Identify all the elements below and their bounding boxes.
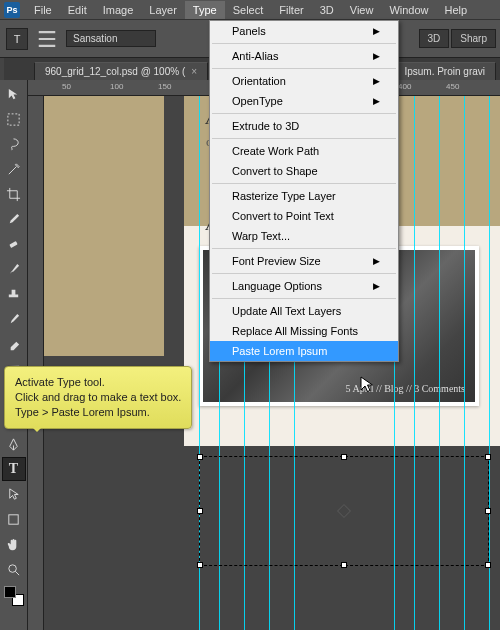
cursor-icon bbox=[360, 376, 374, 394]
pen-tool-icon[interactable] bbox=[2, 432, 26, 456]
tools-panel: T bbox=[0, 80, 28, 630]
menu-item-workpath[interactable]: Create Work Path bbox=[210, 141, 398, 161]
submenu-arrow-icon: ▶ bbox=[373, 281, 380, 291]
menu-edit[interactable]: Edit bbox=[60, 1, 95, 19]
document-tab-label: 960_grid_12_col.psd @ 100% ( bbox=[45, 66, 185, 77]
submenu-arrow-icon: ▶ bbox=[373, 96, 380, 106]
menu-item-orientation[interactable]: Orientation▶ bbox=[210, 71, 398, 91]
menu-type[interactable]: Type bbox=[185, 1, 225, 19]
option-3d-button[interactable]: 3D bbox=[419, 29, 450, 48]
instruction-tooltip: Activate Type tool. Click and drag to ma… bbox=[4, 366, 192, 429]
menu-item-convertshape[interactable]: Convert to Shape bbox=[210, 161, 398, 181]
menu-separator bbox=[212, 68, 396, 69]
resize-handle[interactable] bbox=[485, 508, 491, 514]
resize-handle[interactable] bbox=[197, 508, 203, 514]
menu-item-updatelayers[interactable]: Update All Text Layers bbox=[210, 301, 398, 321]
menu-bar: Ps File Edit Image Layer Type Select Fil… bbox=[0, 0, 500, 20]
option-sharp-button[interactable]: Sharp bbox=[451, 29, 496, 48]
path-select-tool-icon[interactable] bbox=[2, 482, 26, 506]
resize-handle[interactable] bbox=[197, 454, 203, 460]
eraser-tool-icon[interactable] bbox=[2, 332, 26, 356]
shape-tool-icon[interactable] bbox=[2, 507, 26, 531]
marquee-tool-icon[interactable] bbox=[2, 107, 26, 131]
menu-item-rasterize[interactable]: Rasterize Type Layer bbox=[210, 186, 398, 206]
menu-item-fontpreview[interactable]: Font Preview Size▶ bbox=[210, 251, 398, 271]
lasso-tool-icon[interactable] bbox=[2, 132, 26, 156]
menu-separator bbox=[212, 248, 396, 249]
font-family-dropdown[interactable]: Sansation bbox=[66, 30, 156, 47]
menu-item-extrude3d[interactable]: Extrude to 3D bbox=[210, 116, 398, 136]
canvas-bg-left bbox=[44, 96, 164, 356]
text-bounding-box[interactable] bbox=[199, 456, 489, 566]
menu-help[interactable]: Help bbox=[437, 1, 476, 19]
menu-item-pointtext[interactable]: Convert to Point Text bbox=[210, 206, 398, 226]
type-tool-icon[interactable]: T bbox=[2, 457, 26, 481]
menu-item-panels[interactable]: Panels▶ bbox=[210, 21, 398, 41]
menu-layer[interactable]: Layer bbox=[141, 1, 185, 19]
heal-tool-icon[interactable] bbox=[2, 232, 26, 256]
color-swatches[interactable] bbox=[4, 586, 24, 606]
move-tool-icon[interactable] bbox=[2, 82, 26, 106]
document-tab-secondary[interactable]: Ipsum. Proin gravi bbox=[393, 62, 496, 80]
zoom-tool-icon[interactable] bbox=[2, 557, 26, 581]
tooltip-line: Activate Type tool. bbox=[15, 375, 181, 390]
menu-separator bbox=[212, 273, 396, 274]
tool-indicator[interactable]: T bbox=[6, 28, 28, 50]
menu-filter[interactable]: Filter bbox=[271, 1, 311, 19]
menu-window[interactable]: Window bbox=[381, 1, 436, 19]
center-mark-icon bbox=[337, 504, 351, 518]
menu-separator bbox=[212, 138, 396, 139]
tooltip-line: Click and drag to make a text box. bbox=[15, 390, 181, 405]
resize-handle[interactable] bbox=[485, 562, 491, 568]
menu-view[interactable]: View bbox=[342, 1, 382, 19]
menu-item-antialias[interactable]: Anti-Alias▶ bbox=[210, 46, 398, 66]
svg-point-5 bbox=[9, 564, 17, 572]
document-tab-label: Ipsum. Proin gravi bbox=[404, 66, 485, 77]
type-menu-dropdown: Panels▶ Anti-Alias▶ Orientation▶ OpenTyp… bbox=[209, 20, 399, 362]
menu-image[interactable]: Image bbox=[95, 1, 142, 19]
close-icon[interactable]: × bbox=[191, 66, 197, 77]
document-tab[interactable]: 960_grid_12_col.psd @ 100% ( × bbox=[34, 62, 208, 80]
tooltip-line: Type > Paste Lorem Ipsum. bbox=[15, 405, 181, 420]
menu-separator bbox=[212, 43, 396, 44]
menu-select[interactable]: Select bbox=[225, 1, 272, 19]
menu-separator bbox=[212, 298, 396, 299]
resize-handle[interactable] bbox=[341, 454, 347, 460]
brush-tool-icon[interactable] bbox=[2, 257, 26, 281]
menu-item-opentype[interactable]: OpenType▶ bbox=[210, 91, 398, 111]
menu-item-warp[interactable]: Warp Text... bbox=[210, 226, 398, 246]
submenu-arrow-icon: ▶ bbox=[373, 51, 380, 61]
app-icon: Ps bbox=[4, 2, 20, 18]
resize-handle[interactable] bbox=[341, 562, 347, 568]
menu-separator bbox=[212, 183, 396, 184]
resize-handle[interactable] bbox=[197, 562, 203, 568]
guide-line bbox=[489, 96, 490, 630]
stamp-tool-icon[interactable] bbox=[2, 282, 26, 306]
resize-handle[interactable] bbox=[485, 454, 491, 460]
menu-3d[interactable]: 3D bbox=[312, 1, 342, 19]
menu-item-paste-lorem[interactable]: Paste Lorem Ipsum bbox=[210, 341, 398, 361]
wand-tool-icon[interactable] bbox=[2, 157, 26, 181]
menu-file[interactable]: File bbox=[26, 1, 60, 19]
svg-rect-1 bbox=[9, 241, 17, 248]
ruler-vertical[interactable] bbox=[28, 96, 44, 630]
history-brush-tool-icon[interactable] bbox=[2, 307, 26, 331]
svg-rect-4 bbox=[9, 514, 18, 523]
svg-rect-0 bbox=[8, 113, 19, 124]
hand-tool-icon[interactable] bbox=[2, 532, 26, 556]
submenu-arrow-icon: ▶ bbox=[373, 76, 380, 86]
submenu-arrow-icon: ▶ bbox=[373, 26, 380, 36]
crop-tool-icon[interactable] bbox=[2, 182, 26, 206]
menu-separator bbox=[212, 113, 396, 114]
menu-item-language[interactable]: Language Options▶ bbox=[210, 276, 398, 296]
menu-item-replacefonts[interactable]: Replace All Missing Fonts bbox=[210, 321, 398, 341]
eyedropper-tool-icon[interactable] bbox=[2, 207, 26, 231]
text-orientation-icon[interactable] bbox=[36, 28, 58, 50]
submenu-arrow-icon: ▶ bbox=[373, 256, 380, 266]
